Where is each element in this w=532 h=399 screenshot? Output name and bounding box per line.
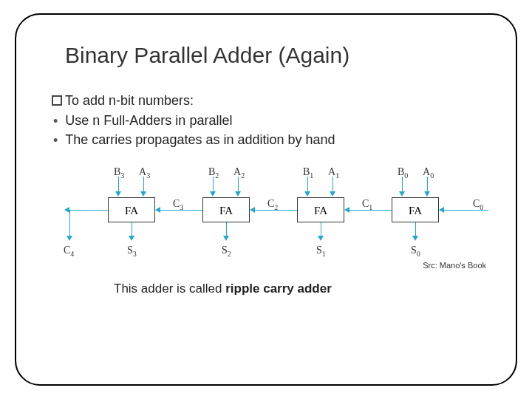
label-c4: C4 (64, 243, 74, 258)
wire (238, 177, 239, 191)
wire (415, 222, 416, 236)
arrow-left-icon (250, 207, 255, 213)
arrow-left-icon (344, 207, 349, 213)
arrow-down-icon (140, 191, 146, 197)
dot-bullet-icon: • (53, 132, 58, 149)
label-c2: C2 (267, 197, 278, 211)
label-s3: S3 (127, 243, 137, 258)
label-b3: B3 (114, 165, 124, 180)
wire (143, 177, 144, 191)
bullet-main: To add n-bit numbers: (52, 93, 489, 109)
arrow-down-icon (318, 236, 324, 241)
square-bullet-icon (52, 95, 62, 106)
bullet-main-text: To add n-bit numbers: (65, 93, 194, 109)
arrow-down-icon (223, 236, 229, 241)
fa-box-0: FA (392, 197, 439, 222)
dot-bullet-icon: • (53, 113, 58, 129)
caption-bold: ripple carry adder (225, 282, 332, 296)
wire (427, 177, 428, 191)
slide-title: Binary Parallel Adder (Again) (65, 43, 489, 68)
wire (332, 177, 333, 191)
ripple-carry-diagram: FA FA FA FA B3 A3 B2 A2 B1 A1 B0 A0 (52, 165, 492, 256)
label-a3: A3 (139, 165, 150, 180)
bullet-sub-2: • The carries propagates as in addition … (53, 132, 489, 149)
wire (226, 222, 227, 236)
label-c3: C3 (173, 197, 183, 211)
wire (321, 222, 321, 236)
label-b1: B1 (303, 165, 313, 180)
arrow-down-icon (129, 236, 134, 241)
arrow-down-icon (210, 191, 216, 197)
arrow-down-icon (330, 191, 335, 197)
label-b0: B0 (398, 165, 408, 180)
label-s2: S2 (222, 243, 231, 258)
wire (402, 177, 403, 191)
bullet-sub1-text: Use n Full-Adders in parallel (65, 113, 232, 129)
fa-box-3: FA (108, 197, 155, 222)
wire (307, 177, 308, 191)
label-a2: A2 (233, 165, 245, 180)
arrow-left-icon (64, 207, 69, 213)
arrow-down-icon (304, 191, 310, 197)
label-s1: S1 (316, 243, 326, 258)
arrow-down-icon (115, 191, 121, 197)
wire (132, 222, 132, 236)
arrow-down-icon (399, 191, 405, 197)
arrow-down-icon (66, 236, 72, 241)
label-c0: C0 (473, 197, 483, 211)
wire (118, 177, 119, 191)
arrow-down-icon (424, 191, 430, 197)
label-a1: A1 (328, 165, 339, 180)
source-attribution: Src: Mano's Book (52, 261, 486, 270)
label-s0: S0 (411, 243, 420, 258)
label-a0: A0 (423, 165, 434, 180)
fa-box-1: FA (297, 197, 344, 222)
slide-frame: Binary Parallel Adder (Again) To add n-b… (15, 13, 517, 386)
wire (69, 210, 108, 211)
arrow-left-icon (439, 207, 444, 213)
fa-box-2: FA (202, 197, 250, 222)
wire (69, 210, 70, 236)
arrow-down-icon (235, 191, 241, 197)
label-b2: B2 (208, 165, 219, 180)
caption-pre: This adder is called (114, 282, 225, 296)
bullet-sub2-text: The carries propagates as in addition by… (65, 132, 335, 148)
wire (213, 177, 214, 191)
caption: This adder is called ripple carry adder (114, 282, 489, 296)
bullet-sub-1: • Use n Full-Adders in parallel (53, 113, 489, 129)
arrow-left-icon (155, 207, 160, 213)
arrow-down-icon (412, 236, 418, 241)
label-c1: C1 (362, 197, 372, 211)
